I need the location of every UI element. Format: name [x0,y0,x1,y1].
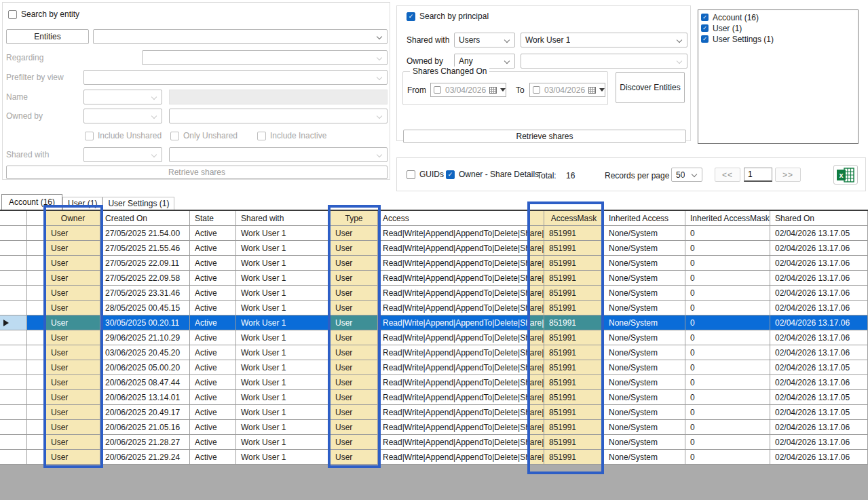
table-row[interactable]: User28/05/2025 00.45.15ActiveWork User 1… [0,301,868,315]
cell-inherited-access-mask[interactable]: 0 [685,345,770,360]
cell-type[interactable]: User [331,435,378,450]
column-header-inherited-access-mask[interactable]: Inherited AccessMask [685,211,770,226]
tab-user-settings[interactable]: User Settings (1) [102,197,174,210]
tab-user[interactable]: User (1) [62,197,102,210]
cell-inherited-access[interactable]: None/System [604,286,685,301]
cell-created-on[interactable]: 27/05/2025 23.31.46 [100,286,190,301]
cell-access-mask[interactable]: 851991 [544,405,604,420]
cell-created-on[interactable]: 20/06/2025 21.29.24 [100,450,190,465]
cell-shared-on[interactable]: 02/04/2026 13.17.06 [770,345,868,360]
cell-created-on[interactable]: 27/05/2025 22.09.58 [100,271,190,286]
cell-inherited-access-mask[interactable]: 0 [685,435,770,450]
cell-created-on[interactable]: 27/05/2025 21.54.00 [100,226,190,241]
cell-shared-on[interactable]: 02/04/2026 13.17.06 [770,271,868,286]
cell-access-mask[interactable]: 851991 [544,301,604,315]
search-by-principal-checkbox[interactable]: ✓ Search by principal [407,12,489,21]
dropdown-arrow-icon[interactable] [599,88,605,92]
cell-access[interactable]: Read|Write|Append|AppendTo|Delete|Share|… [378,271,544,286]
cell-type[interactable]: User [331,375,378,390]
cell-access-mask[interactable]: 851991 [544,226,604,241]
cell-owner[interactable]: User [46,420,100,435]
cell-type[interactable]: User [331,420,378,435]
cell-inherited-access-mask[interactable]: 0 [685,360,770,375]
cell-shared-on[interactable]: 02/04/2026 13.17.06 [770,241,868,256]
cell-rowheader[interactable] [0,271,27,286]
cell-access[interactable]: Read|Write|Append|AppendTo|Delete|Share|… [378,375,544,390]
cell-shared-with[interactable]: Work User 1 [236,345,331,360]
cell-owner[interactable]: User [46,450,100,465]
column-header-shared-on[interactable]: Shared On [770,211,868,226]
cell-shared-on[interactable]: 02/04/2026 13.17.05 [770,226,868,241]
cell-shared-with[interactable]: Work User 1 [236,241,331,256]
cell-rowheader[interactable] [0,226,27,241]
date-enable-checkbox[interactable] [434,86,441,94]
cell-inherited-access[interactable]: None/System [604,390,685,405]
table-row[interactable]: User20/06/2025 21.28.27ActiveWork User 1… [0,435,868,450]
cell-spacer[interactable] [27,271,46,286]
checked-checkbox[interactable]: ✓ [701,35,709,43]
discover-entities-button[interactable]: Discover Entities [616,72,685,103]
cell-state[interactable]: Active [190,420,236,435]
column-header-spacer[interactable] [27,211,46,226]
cell-access[interactable]: Read|Write|Append|AppendTo|Delete|Share|… [378,420,544,435]
owner-share-details-checkbox[interactable]: ✓ Owner - Share Details [446,170,539,179]
owner-combobox[interactable] [521,54,687,69]
cell-access-mask[interactable]: 851991 [544,435,604,450]
tab-account[interactable]: Account (16) [1,194,62,210]
cell-spacer[interactable] [27,256,46,271]
from-date-picker[interactable]: 03/04/2026 [430,83,506,97]
table-row[interactable]: User03/06/2025 20.45.20ActiveWork User 1… [0,345,868,360]
cell-inherited-access-mask[interactable]: 0 [685,330,770,345]
cell-owner[interactable]: User [46,301,100,315]
column-header-shared-with[interactable]: Shared with [236,211,331,226]
cell-inherited-access-mask[interactable]: 0 [685,256,770,271]
cell-inherited-access-mask[interactable]: 0 [685,450,770,465]
cell-inherited-access[interactable]: None/System [604,241,685,256]
retrieve-shares-principal-button[interactable]: Retrieve shares [403,130,686,143]
column-header-type[interactable]: Type [331,211,378,226]
only-unshared-checkbox[interactable]: ✓ Only Unshared [170,131,238,140]
cell-inherited-access-mask[interactable]: 0 [685,315,770,330]
cell-created-on[interactable]: 27/05/2025 22.09.11 [100,256,190,271]
cell-created-on[interactable]: 20/06/2025 05.00.20 [100,360,190,375]
cell-state[interactable]: Active [190,271,236,286]
cell-inherited-access[interactable]: None/System [604,226,685,241]
cell-inherited-access-mask[interactable]: 0 [685,241,770,256]
cell-type[interactable]: User [331,405,378,420]
to-date-picker[interactable]: 03/04/2026 [529,83,605,97]
table-row[interactable]: User27/05/2025 22.09.58ActiveWork User 1… [0,271,868,286]
cell-shared-with[interactable]: Work User 1 [236,420,331,435]
cell-inherited-access[interactable]: None/System [604,435,685,450]
cell-state[interactable]: Active [190,390,236,405]
dropdown-arrow-icon[interactable] [500,88,506,92]
cell-shared-on[interactable]: 02/04/2026 13.17.06 [770,420,868,435]
cell-access-mask[interactable]: 851991 [544,420,604,435]
cell-rowheader[interactable] [0,375,27,390]
table-row[interactable]: User27/05/2025 23.31.46ActiveWork User 1… [0,286,868,301]
cell-owner[interactable]: User [46,360,100,375]
cell-inherited-access[interactable]: None/System [604,301,685,315]
cell-state[interactable]: Active [190,330,236,345]
cell-access-mask[interactable]: 851991 [544,360,604,375]
cell-access[interactable]: Read|Write|Append|AppendTo|Delete|Share|… [378,405,544,420]
cell-spacer[interactable] [27,375,46,390]
cell-access-mask[interactable]: 851991 [544,450,604,465]
cell-type[interactable]: User [331,315,378,330]
cell-rowheader[interactable] [0,301,27,315]
cell-shared-on[interactable]: 02/04/2026 13.17.05 [770,405,868,420]
previous-page-button[interactable]: << [715,168,740,182]
cell-shared-with[interactable]: Work User 1 [236,256,331,271]
cell-shared-with[interactable]: Work User 1 [236,360,331,375]
cell-type[interactable]: User [331,286,378,301]
cell-inherited-access[interactable]: None/System [604,271,685,286]
cell-access[interactable]: Read|Write|Append|AppendTo|Delete|Share|… [378,360,544,375]
table-row[interactable]: User27/05/2025 21.54.00ActiveWork User 1… [0,226,868,241]
cell-access[interactable]: Read|Write|Append|AppendTo|Delete|Share|… [378,450,544,465]
cell-shared-on[interactable]: 02/04/2026 13.17.06 [770,450,868,465]
table-row[interactable]: User27/05/2025 21.55.46ActiveWork User 1… [0,241,868,256]
cell-state[interactable]: Active [190,435,236,450]
cell-access[interactable]: Read|Write|Append|AppendTo|Delete|Share|… [378,315,544,330]
cell-inherited-access[interactable]: None/System [604,420,685,435]
cell-type[interactable]: User [331,241,378,256]
cell-rowheader[interactable] [0,420,27,435]
